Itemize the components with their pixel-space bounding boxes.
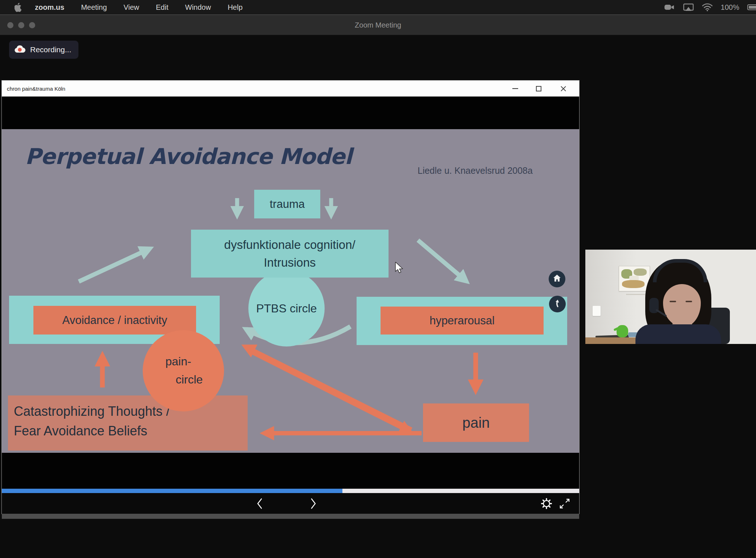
- battery-percentage: 100%: [721, 3, 739, 12]
- menu-help[interactable]: Help: [228, 3, 243, 12]
- video-camera-status-icon[interactable]: [664, 4, 675, 11]
- wifi-icon[interactable]: [702, 3, 713, 11]
- green-watering-can: [617, 325, 628, 337]
- flow-arrows: [2, 129, 579, 453]
- recording-cloud-icon: [14, 45, 26, 55]
- gear-icon[interactable]: [539, 497, 554, 510]
- wall-picture: [619, 266, 650, 291]
- screen-mirroring-icon[interactable]: [683, 3, 694, 11]
- fullscreen-icon[interactable]: [557, 497, 572, 510]
- light-switch: [593, 306, 601, 316]
- presentation-control-bar: [2, 493, 579, 514]
- recording-label: Recording...: [30, 45, 71, 54]
- recording-indicator[interactable]: Recording...: [9, 41, 78, 59]
- next-slide-icon[interactable]: [306, 497, 321, 510]
- menu-meeting[interactable]: Meeting: [81, 3, 107, 12]
- slide-progress-bar[interactable]: [2, 489, 579, 493]
- close-icon[interactable]: [555, 83, 572, 94]
- progress-fill: [2, 489, 342, 493]
- minimize-icon[interactable]: [507, 83, 524, 94]
- letterbox-top: [2, 97, 579, 129]
- battery-icon: [747, 4, 756, 11]
- prev-slide-icon[interactable]: [252, 497, 267, 510]
- zoom-window-titlebar: Zoom Meeting: [0, 15, 756, 35]
- picture-caption: [626, 294, 645, 295]
- slide-canvas: PTBS circle Perpetual Avoidance Model Li…: [2, 129, 579, 453]
- menu-edit[interactable]: Edit: [156, 3, 168, 12]
- menu-bar: zoom.us Meeting View Edit Window Help: [0, 0, 756, 15]
- apple-logo-icon[interactable]: [15, 3, 23, 14]
- menu-window[interactable]: Window: [185, 3, 211, 12]
- letterbox-bottom: [2, 453, 579, 489]
- presentation-window-title: chron pain&trauma Köln: [7, 81, 65, 97]
- shared-presentation-window: chron pain&trauma Köln PTBS circle Perpe…: [2, 81, 579, 514]
- presentation-titlebar: chron pain&trauma Köln: [2, 81, 579, 97]
- menu-zoom-us[interactable]: zoom.us: [35, 3, 64, 12]
- speaker-torso: [635, 324, 721, 344]
- mouse-cursor: [395, 262, 405, 275]
- menu-view[interactable]: View: [123, 3, 139, 12]
- participant-video-thumbnail[interactable]: [585, 250, 756, 344]
- zoom-window-title: Zoom Meeting: [0, 15, 756, 36]
- maximize-icon[interactable]: [530, 83, 547, 94]
- window-bottom-edge: [2, 514, 579, 519]
